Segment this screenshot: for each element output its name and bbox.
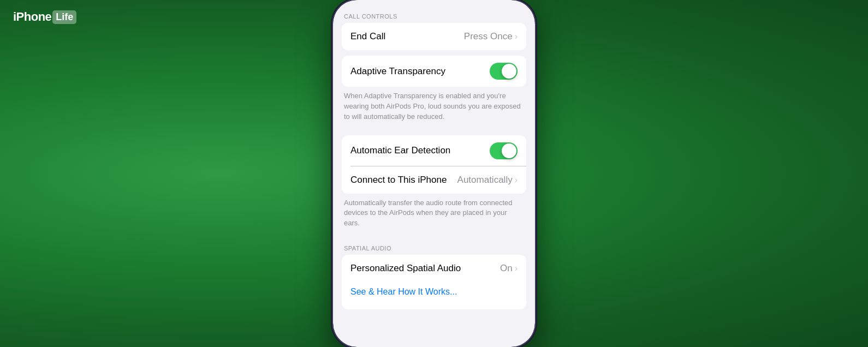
spatial-audio-card: Personalized Spatial Audio On › See & He…	[342, 255, 526, 309]
ear-connect-card: Automatic Ear Detection Connect to This …	[342, 135, 526, 194]
call-controls-header: CALL CONTROLS	[333, 4, 535, 23]
adaptive-transparency-row: Adaptive Transparency	[342, 56, 526, 87]
screen-content: CALL CONTROLS End Call Press Once ›	[333, 0, 535, 347]
see-hear-row[interactable]: See & Hear How It Works...	[342, 282, 526, 309]
end-call-value-container: Press Once ›	[464, 31, 518, 42]
personalized-spatial-audio-chevron-icon: ›	[515, 264, 518, 273]
phone-frame: CALL CONTROLS End Call Press Once ›	[333, 0, 535, 347]
iphone-life-logo: iPhone Life	[13, 10, 76, 24]
end-call-chevron-icon: ›	[515, 32, 518, 41]
spacer-2	[333, 130, 535, 135]
adaptive-transparency-toggle[interactable]	[490, 63, 518, 80]
adaptive-transparency-description: When Adaptive Transparency is enabled an…	[333, 87, 535, 130]
personalized-spatial-audio-row[interactable]: Personalized Spatial Audio On ›	[342, 255, 526, 282]
see-hear-link[interactable]: See & Hear How It Works...	[350, 287, 457, 297]
adaptive-transparency-card: Adaptive Transparency	[342, 56, 526, 87]
automatic-ear-detection-label: Automatic Ear Detection	[350, 145, 450, 156]
connect-iphone-description: Automatically transfer the audio route f…	[333, 194, 535, 237]
personalized-spatial-audio-value: On	[500, 263, 513, 274]
spatial-audio-header: SPATIAL AUDIO	[333, 236, 535, 255]
connect-iphone-label: Connect to This iPhone	[350, 175, 447, 186]
end-call-label: End Call	[350, 31, 385, 42]
spacer-1	[333, 50, 535, 56]
toggle-knob	[502, 64, 516, 79]
connect-iphone-value: Automatically	[457, 175, 513, 186]
settings-list: CALL CONTROLS End Call Press Once ›	[333, 0, 535, 309]
adaptive-transparency-label: Adaptive Transparency	[350, 66, 445, 77]
personalized-spatial-audio-value-container: On ›	[500, 263, 518, 274]
connect-iphone-row[interactable]: Connect to This iPhone Automatically ›	[342, 166, 526, 194]
phone-screen: CALL CONTROLS End Call Press Once ›	[333, 0, 535, 347]
phone-container: CALL CONTROLS End Call Press Once ›	[328, 0, 540, 347]
connect-iphone-chevron-icon: ›	[515, 175, 518, 185]
call-controls-card: End Call Press Once ›	[342, 23, 526, 50]
automatic-ear-detection-toggle[interactable]	[490, 142, 518, 159]
end-call-row[interactable]: End Call Press Once ›	[342, 23, 526, 50]
logo-life-text: Life	[52, 10, 76, 24]
automatic-ear-detection-row: Automatic Ear Detection	[342, 135, 526, 166]
personalized-spatial-audio-label: Personalized Spatial Audio	[350, 263, 461, 274]
end-call-value: Press Once	[464, 31, 513, 42]
ear-detection-toggle-knob	[502, 143, 516, 158]
connect-iphone-value-container: Automatically ›	[457, 175, 518, 186]
logo-iphone-text: iPhone	[13, 10, 51, 24]
